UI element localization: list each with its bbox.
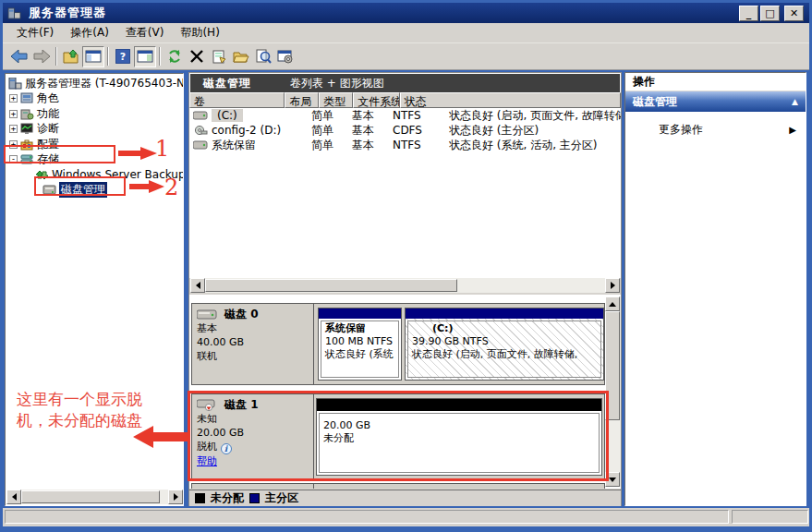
- volume-type: 基本: [348, 138, 389, 153]
- more-actions-label: 更多操作: [659, 122, 703, 138]
- disk-0-row: 磁盘 0 基本 40.00 GB 联机 系统保留 100 MB NTFS 状态良…: [191, 303, 605, 385]
- unallocated-legend-swatch: [195, 493, 205, 503]
- tree-item-label: 诊断: [37, 121, 59, 137]
- title-bar[interactable]: 服务器管理器 _ □ ✕: [3, 3, 809, 23]
- volume-status: 状态良好 (主分区): [445, 123, 621, 139]
- back-button[interactable]: [8, 46, 30, 67]
- tree-item-features[interactable]: + 功能: [6, 106, 183, 122]
- maximize-button[interactable]: □: [760, 6, 780, 21]
- volume-list-horizontal-scrollbar[interactable]: [190, 278, 620, 293]
- action-pane-icon: [137, 50, 153, 63]
- expand-icon[interactable]: +: [9, 94, 18, 103]
- tree-item-label: 角色: [37, 91, 59, 106]
- annotation-arrow-left: [133, 426, 189, 448]
- export-list-button[interactable]: [60, 46, 82, 67]
- scroll-right-button[interactable]: [168, 490, 183, 504]
- toolbar: ?: [3, 43, 809, 70]
- primary-partition-band: [319, 308, 401, 319]
- cdrom-0-row: CD-ROM 0: [191, 483, 605, 489]
- partition-system-reserved[interactable]: 系统保留 100 MB NTFS 状态良好 (系统: [318, 308, 402, 381]
- tree-horizontal-scrollbar[interactable]: [6, 490, 183, 504]
- annotation-box-disk-1: [188, 391, 609, 481]
- expand-icon[interactable]: +: [9, 125, 18, 133]
- volume-row-c[interactable]: (C:) 简单 基本 NTFS 状态良好 (启动, 页面文件, 故障转储, 主: [189, 108, 621, 123]
- close-button[interactable]: ✕: [784, 6, 804, 21]
- annotation-arrow-1: [118, 146, 157, 161]
- scroll-thumb[interactable]: [21, 490, 160, 503]
- column-header-layout[interactable]: 布局: [285, 92, 319, 108]
- volume-row-system-reserved[interactable]: 系统保留 简单 基本 NTFS 状态良好 (系统, 活动, 主分区): [189, 138, 621, 152]
- help-button[interactable]: ?: [112, 46, 134, 67]
- cdrom-0-info[interactable]: CD-ROM 0: [192, 484, 314, 489]
- panel-title: 磁盘管理: [203, 76, 251, 91]
- partition-size: 39.90 GB NTFS: [412, 335, 597, 348]
- volume-fs: NTFS: [389, 139, 445, 151]
- partition-status: 状态良好 (启动, 页面文件, 故障转储,: [412, 348, 597, 361]
- server-manager-window: 服务器管理器 _ □ ✕ 文件(F) 操作(A) 查看(V) 帮助(H) ?: [0, 0, 812, 532]
- column-header-status[interactable]: 状态: [400, 92, 621, 108]
- properties-button[interactable]: [208, 46, 230, 67]
- toolbar-separator: [107, 47, 109, 66]
- tree-item-diagnostics[interactable]: + 诊断: [6, 122, 183, 138]
- volume-drive-icon: [193, 111, 208, 120]
- customize-icon: [277, 50, 294, 64]
- server-manager-icon: [8, 78, 22, 90]
- menu-file[interactable]: 文件(F): [8, 23, 62, 42]
- collapse-icon[interactable]: ▲: [792, 97, 798, 106]
- menu-help[interactable]: 帮助(H): [172, 23, 227, 42]
- help-icon: ?: [115, 49, 130, 64]
- volume-list-header: 卷 布局 类型 文件系统 状态: [189, 92, 621, 108]
- tree-root[interactable]: 服务器管理器 (T-490765403-ND: [6, 76, 183, 91]
- annotation-note-line-1: 这里有一个显示脱: [17, 389, 142, 410]
- disk-0-info[interactable]: 磁盘 0 基本 40.00 GB 联机: [192, 304, 314, 384]
- delete-button[interactable]: [186, 46, 208, 67]
- column-header-volume[interactable]: 卷: [189, 92, 285, 108]
- scroll-thumb[interactable]: [205, 279, 457, 292]
- toolbar-separator: [159, 47, 161, 66]
- column-header-type[interactable]: 类型: [319, 92, 353, 108]
- scroll-up-button[interactable]: [605, 296, 620, 311]
- server-manager-app-icon: [7, 7, 21, 19]
- customize-button[interactable]: [274, 46, 297, 67]
- more-actions-item[interactable]: 更多操作 ▶: [625, 119, 806, 139]
- forward-button[interactable]: [30, 46, 53, 67]
- scroll-right-button[interactable]: [605, 278, 620, 293]
- menu-view[interactable]: 查看(V): [117, 23, 173, 42]
- annotation-note: 这里有一个显示脱 机，未分配的磁盘: [17, 389, 142, 431]
- tree-item-roles[interactable]: + 角色: [6, 91, 183, 107]
- open-folder-button[interactable]: [230, 46, 252, 67]
- column-header-filesystem[interactable]: 文件系统: [353, 92, 399, 108]
- annotation-step-2: 2: [164, 176, 178, 199]
- legend-label: 主分区: [265, 490, 298, 506]
- panel-header: 磁盘管理 卷列表 + 图形视图: [189, 73, 621, 92]
- status-section-side: [732, 510, 808, 524]
- scroll-left-button[interactable]: [190, 278, 205, 293]
- tree-item-label: 功能: [37, 106, 59, 122]
- minimize-button[interactable]: _: [739, 6, 758, 21]
- actions-group-disk-management[interactable]: 磁盘管理 ▲: [625, 91, 806, 112]
- roles-icon: [20, 92, 34, 104]
- find-button[interactable]: [252, 46, 274, 67]
- partition-name: (C:): [412, 322, 597, 335]
- scroll-left-button[interactable]: [6, 490, 21, 504]
- expand-icon[interactable]: +: [9, 110, 18, 118]
- refresh-button[interactable]: [164, 46, 186, 67]
- show-hide-console-tree-button[interactable]: [82, 46, 104, 67]
- refresh-icon: [167, 49, 182, 64]
- volume-type: 基本: [348, 123, 389, 139]
- delete-icon: [190, 50, 203, 63]
- properties-icon: [212, 50, 226, 64]
- disk-label: CD-ROM 0: [224, 488, 287, 489]
- partition-c[interactable]: (C:) 39.90 GB NTFS 状态良好 (启动, 页面文件, 故障转储,: [405, 308, 604, 381]
- actions-group-label: 磁盘管理: [633, 94, 677, 110]
- show-hide-action-pane-button[interactable]: [134, 46, 156, 67]
- disk-size: 40.00 GB: [197, 335, 309, 349]
- volume-row-config2[interactable]: config-2 (D:) 简单 基本 CDFS 状态良好 (主分区): [189, 123, 621, 138]
- volume-status: 状态良好 (启动, 页面文件, 故障转储, 主: [445, 108, 621, 124]
- menu-action[interactable]: 操作(A): [62, 23, 117, 42]
- diagnostics-icon: [20, 123, 34, 135]
- partition-name: 系统保留: [325, 322, 394, 335]
- primary-partition-legend-swatch: [249, 493, 260, 503]
- window-title: 服务器管理器: [29, 5, 106, 21]
- annotation-box-storage: [4, 145, 115, 163]
